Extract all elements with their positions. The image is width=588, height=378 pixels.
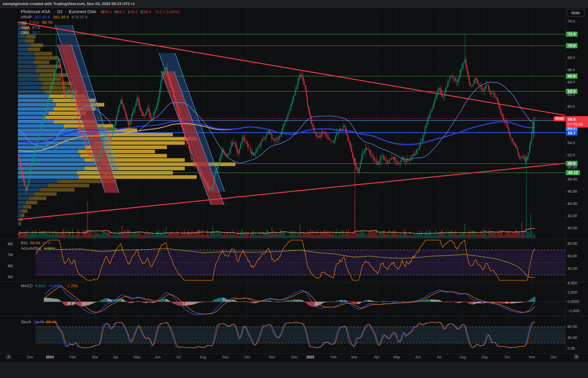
accdist-legend-row[interactable]: Accum/Dist 4.98M xyxy=(21,246,55,251)
time-axis-label: Dec xyxy=(27,355,33,359)
sma-fast-legend-row[interactable]: SMA 57.6 xyxy=(21,25,40,30)
stoch-legend-row[interactable]: Stoch 93.75 88.33 xyxy=(21,320,57,324)
volume-ma-value: 98.7K xyxy=(42,20,53,25)
price-axis-tick: 66.0 xyxy=(567,68,575,72)
price-axis-tick: 52.0 xyxy=(567,153,575,158)
stoch-label: Stoch xyxy=(21,320,31,324)
price-axis-tick: 60.0 xyxy=(567,104,575,109)
price-axis-tick: 42.00 xyxy=(567,214,577,218)
ohlc-open-value: 58.2 xyxy=(104,10,112,14)
rsi-axis-tick: 60.00 xyxy=(567,254,577,259)
ohlc-high-value: 58.2 xyxy=(117,10,125,14)
price-axis-tick: 68.0 xyxy=(567,55,575,60)
symbol-title: Photocure ASA xyxy=(21,9,50,14)
stoch-axis-tick: 80.00 xyxy=(567,324,577,329)
symbol-price-flag: PHO xyxy=(554,116,566,121)
time-axis-label: Sep xyxy=(481,355,488,359)
time-axis-label: Dec xyxy=(550,355,557,359)
sma-slow-legend-row[interactable]: SMA 55.7 xyxy=(21,30,40,35)
vrvp-legend-row[interactable]: VRVP 297.43 K 382.49 K 679.92 K xyxy=(21,15,88,19)
tradingview-chart-page: savepiginvest created with TradingView.c… xyxy=(0,0,588,378)
accdist-axis-tick: 8M xyxy=(8,242,17,246)
time-axis-label: Jun xyxy=(155,355,160,359)
vrvp-buy-value: 297.43 K xyxy=(34,15,50,19)
time-axis-label: Jun xyxy=(415,355,421,359)
stoch-k-value: 93.75 xyxy=(34,320,44,324)
macd-hist-value: 0.813 xyxy=(35,284,46,288)
price-axis-tick: 48.00 xyxy=(567,177,577,182)
time-axis-label: Apr xyxy=(113,355,119,359)
price-axis-tick: 64.0 xyxy=(567,80,575,85)
price-axis-tick: 54.0 xyxy=(567,141,575,145)
accdist-value: 4.98M xyxy=(44,246,55,251)
accdist-axis-tick: 5M xyxy=(8,275,17,279)
stoch-d-value: 88.33 xyxy=(46,320,57,324)
time-axis-label: Dec xyxy=(291,355,297,359)
macd-line-value: −0.4425 xyxy=(48,284,63,288)
volume-current-value: 7.61K xyxy=(29,20,40,25)
chart-canvas[interactable] xyxy=(0,0,588,378)
footer-bar: TradingView xyxy=(0,362,588,378)
ohlc-open-label: O xyxy=(101,10,104,14)
current-price-value: 58.0 xyxy=(568,117,588,122)
time-axis-label: Apr xyxy=(374,355,380,359)
macd-legend-row[interactable]: MACD 0.813 −0.4425 −1.256 xyxy=(21,284,78,288)
price-axis-tick: 74.0 xyxy=(567,19,575,24)
price-axis-tick: 44.00 xyxy=(567,201,577,206)
time-axis-label: May xyxy=(393,355,400,359)
stoch-axis-tick: 0.00 xyxy=(567,346,575,351)
time-axis-label: Jul xyxy=(437,355,441,359)
accdist-axis-tick: 7M xyxy=(8,253,17,257)
volume-legend-row[interactable]: Vol 7.61K 98.7K xyxy=(21,20,53,25)
rsi-axis-tick: 80.00 xyxy=(567,241,577,246)
symbol-interval[interactable]: 1D xyxy=(57,9,62,14)
vrvp-sell-value: 382.49 K xyxy=(53,15,69,19)
accdist-axis-tick: 6M xyxy=(8,264,17,268)
time-axis-label: Mar xyxy=(351,355,358,359)
currency-button[interactable]: NOK xyxy=(567,9,584,17)
ma-value-label: 55.7 xyxy=(566,130,578,136)
vrvp-label: VRVP xyxy=(21,15,32,19)
rsi-value: 59.86 xyxy=(30,241,40,245)
time-axis-label: Feb xyxy=(70,355,76,359)
time-axis-label: Mar xyxy=(92,355,98,359)
macd-axis-tick: 2.000 xyxy=(567,290,577,295)
time-axis-label: Aug xyxy=(460,355,466,359)
price-axis-tick: 40.00 xyxy=(567,226,577,231)
rsi-legend-row[interactable]: RSI 59.86 0 0 xyxy=(21,241,50,245)
time-axis-label: 2024 xyxy=(46,355,54,359)
price-level-label: 62.5 xyxy=(566,89,578,94)
accdist-label: Accum/Dist xyxy=(21,246,41,251)
time-axis-label: Nov xyxy=(529,355,535,359)
scroll-left-badge[interactable]: z xyxy=(6,354,11,360)
rsi-label: RSI xyxy=(21,241,28,245)
current-price-label: 58.007:06:58 xyxy=(566,116,588,127)
time-axis-label: May xyxy=(134,355,141,359)
stoch-axis-tick: 40.00 xyxy=(567,335,577,340)
symbol-legend-row[interactable]: Photocure ASA · 1D · Euronext Oslo O58.2… xyxy=(21,9,179,14)
rsi-extra1: 0 xyxy=(43,241,45,245)
scroll-right-badge[interactable]: A xyxy=(574,354,579,360)
price-level-label: 65.0 xyxy=(566,74,578,79)
volume-label: Vol xyxy=(21,20,27,25)
ohlc-close-label: C xyxy=(141,10,144,14)
sma-slow-label: SMA xyxy=(21,30,30,35)
price-axis-tick: 46.00 xyxy=(567,189,577,194)
legend-sep: · xyxy=(53,10,54,14)
price-level-label: 49.10 xyxy=(566,170,580,175)
ohlc-low-value: 58.0 xyxy=(130,10,138,14)
change-value: −0.2 (−0.34%) xyxy=(154,10,179,14)
macd-label: MACD xyxy=(21,284,33,288)
rsi-axis-tick: 40.00 xyxy=(567,266,577,271)
current-price-countdown: 07:06:58 xyxy=(568,122,588,127)
time-axis-label: Oct xyxy=(505,355,510,359)
price-level-label: 50.6 xyxy=(566,161,578,166)
time-axis-label: 2025 xyxy=(306,355,314,359)
symbol-exchange: Euronext Oslo xyxy=(69,9,96,14)
macd-axis-tick: 0.0000 xyxy=(567,299,579,304)
sma-fast-label: SMA xyxy=(21,25,30,30)
macd-signal-value: −1.256 xyxy=(65,284,78,288)
time-axis-label: Jul xyxy=(176,355,181,359)
price-level-label: 71.9 xyxy=(566,32,578,37)
price-level-label: 70.0 xyxy=(566,43,578,48)
